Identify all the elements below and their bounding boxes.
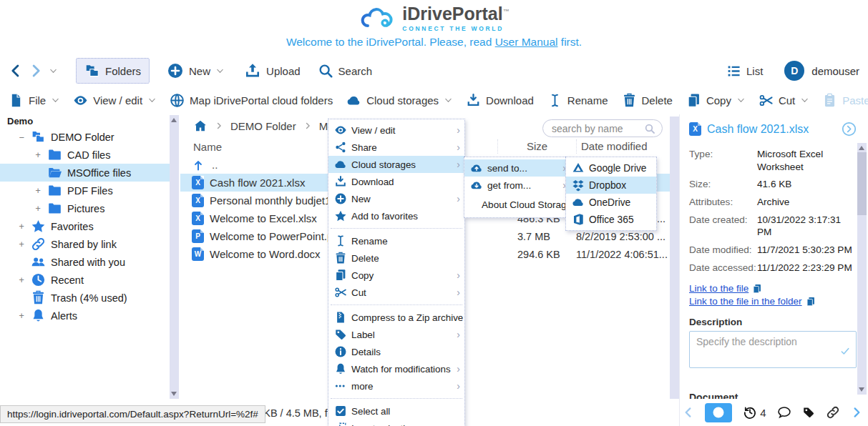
checkbox-icon	[334, 405, 347, 417]
info-tab[interactable]	[705, 403, 732, 422]
context-menu-item[interactable]: Compress to a Zip archive ›	[328, 309, 464, 326]
tree-expander[interactable]: +	[34, 204, 42, 214]
context-menu-item[interactable]: Delete ›	[328, 249, 464, 267]
confirm-check-icon[interactable]	[839, 345, 851, 357]
upload-button[interactable]: Upload	[244, 62, 301, 79]
context-menu-item[interactable]: Share ›	[328, 139, 464, 156]
tree-item[interactable]: + Alerts	[0, 307, 170, 325]
trash-icon	[334, 252, 347, 264]
paste-button[interactable]: Paste	[822, 93, 868, 108]
download-button[interactable]: Download	[466, 93, 534, 108]
list-view-button[interactable]: List	[726, 64, 763, 79]
versions-tab[interactable]: 4	[743, 405, 766, 420]
file-list-scrollbar[interactable]	[670, 117, 679, 399]
labels-tab[interactable]	[802, 406, 815, 419]
comments-tab[interactable]	[777, 405, 791, 420]
scroll-thumb[interactable]	[857, 152, 867, 215]
home-icon[interactable]	[193, 119, 208, 133]
search-by-name-input[interactable]: search by name	[542, 119, 663, 137]
column-header-size[interactable]: Size	[497, 139, 576, 154]
tree-expander[interactable]: +	[17, 311, 26, 321]
provider-menu-item[interactable]: Google Drive	[566, 159, 656, 177]
next-tab-icon[interactable]	[851, 407, 862, 418]
view-edit-button[interactable]: View / edit	[73, 93, 156, 108]
copy-button[interactable]: Copy	[686, 93, 745, 108]
eye-icon	[334, 124, 347, 137]
file-link[interactable]: Link to the file in the folder	[689, 296, 802, 307]
tree-expander[interactable]: +	[17, 239, 26, 249]
context-menu-item[interactable]: more ›	[328, 377, 464, 395]
tree-item[interactable]: + PDF Files	[0, 182, 170, 199]
context-menu-item[interactable]: View / edit ›	[328, 122, 464, 139]
brand: iDrivePortal™ CONNECT THE WORLD	[0, 5, 868, 32]
delete-button[interactable]: Delete	[622, 93, 673, 108]
details-scrollbar[interactable]	[857, 143, 867, 395]
tree-item[interactable]: MSOffice files	[0, 164, 170, 182]
prev-tab-icon[interactable]	[683, 407, 694, 418]
tree-item[interactable]: Trash (4% used)	[0, 289, 170, 307]
description-input[interactable]: Specify the description	[689, 331, 857, 368]
tree-item[interactable]: + Pictures	[0, 199, 170, 217]
context-menu-item[interactable]: Copy ›	[328, 267, 464, 284]
breadcrumb-item[interactable]: DEMO Folder	[230, 120, 296, 132]
submenu-item[interactable]: get from... ›	[464, 177, 570, 194]
tree-expander[interactable]: +	[17, 222, 26, 232]
column-header-date[interactable]: Date modified	[576, 139, 680, 154]
context-menu-item[interactable]: Select all ›	[328, 402, 464, 420]
context-menu-item[interactable]: Details ›	[328, 343, 464, 360]
submenu-item[interactable]: send to... ›	[464, 159, 570, 177]
tree-item[interactable]: + Recent	[0, 271, 170, 289]
context-menu-item[interactable]: Add to favorites ›	[328, 207, 464, 224]
tree-expander[interactable]: +	[17, 275, 26, 285]
new-button[interactable]: New	[167, 62, 224, 79]
submenu-item[interactable]: About Cloud Storage ›	[464, 194, 570, 215]
scroll-down-icon[interactable]	[859, 387, 864, 392]
context-menu-item[interactable]: Cut ›	[328, 284, 464, 301]
folders-button[interactable]: Folders	[76, 58, 150, 84]
context-menu-item[interactable]: Watch for modifications ›	[328, 360, 464, 377]
user-manual-link[interactable]: User Manual	[495, 36, 558, 48]
sidebar-scrollbar[interactable]	[170, 115, 179, 399]
context-menu-item[interactable]: Download ›	[328, 173, 464, 190]
context-menu-item[interactable]: Rename ›	[328, 232, 464, 249]
tree-expander[interactable]: +	[34, 186, 42, 196]
tree-item[interactable]: − DEMO Folder	[0, 128, 170, 146]
file-menu-button[interactable]: File	[9, 93, 59, 108]
context-menu-item[interactable]: Cloud storages ›	[328, 156, 464, 173]
back-icon[interactable]	[9, 64, 23, 78]
expand-panel-icon[interactable]	[842, 122, 857, 137]
provider-menu-item[interactable]: Dropbox	[566, 177, 656, 194]
cut-button[interactable]: Cut	[759, 93, 809, 108]
search-button[interactable]: Search	[318, 63, 373, 79]
tree-item-label: DEMO Folder	[51, 132, 114, 143]
brand-tagline: CONNECT THE WORLD	[402, 25, 509, 32]
map-cloud-folders-button[interactable]: Map iDrivePortal cloud folders	[170, 93, 333, 108]
scroll-up-icon[interactable]	[171, 118, 177, 122]
file-link[interactable]: Link to the file	[689, 283, 748, 294]
tree-expander[interactable]: −	[17, 132, 26, 142]
context-menu-item[interactable]: Label ›	[328, 326, 464, 343]
tree-item[interactable]: + Shared by link	[0, 235, 170, 253]
cloud-storages-submenu: send to... › get from... › About Cloud S…	[464, 157, 571, 218]
links-tab[interactable]	[826, 405, 840, 420]
context-menu-item[interactable]: Invert selection ›	[328, 420, 464, 426]
forward-icon[interactable]	[29, 64, 43, 78]
scroll-down-icon[interactable]	[171, 392, 177, 396]
rename-button[interactable]: Rename	[547, 93, 608, 108]
user-avatar[interactable]: D	[784, 61, 804, 81]
context-menu-item[interactable]: New ›	[328, 190, 464, 207]
tree-item[interactable]: + CAD files	[0, 146, 170, 164]
provider-menu-item[interactable]: OneDrive	[566, 194, 656, 211]
tree-item[interactable]: Shared with you	[0, 253, 170, 271]
history-dropdown-icon[interactable]	[49, 67, 57, 75]
details-file-title[interactable]: Cash flow 2021.xlsx	[707, 123, 836, 136]
copy-link-icon[interactable]	[806, 297, 816, 307]
tree-item[interactable]: + Favorites	[0, 217, 170, 235]
file-type-icon: X	[192, 176, 204, 189]
scroll-up-icon[interactable]	[859, 146, 864, 150]
tree-expander[interactable]: +	[34, 150, 42, 160]
list-icon	[726, 64, 741, 79]
copy-link-icon[interactable]	[752, 284, 762, 294]
cloud-storages-button[interactable]: Cloud storages	[346, 93, 452, 108]
provider-menu-item[interactable]: Office 365	[566, 211, 656, 228]
